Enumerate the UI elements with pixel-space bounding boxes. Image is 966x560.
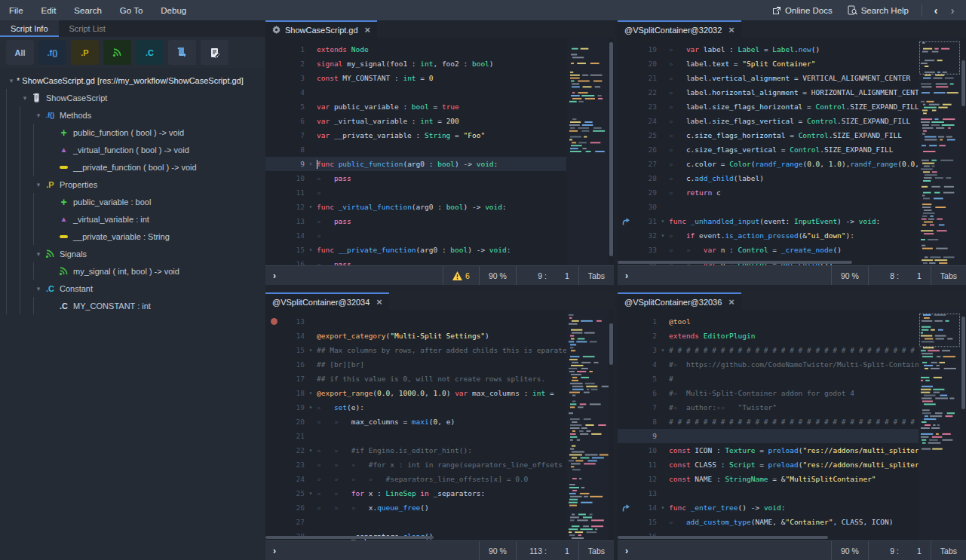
line-number[interactable]: 7 [282,131,305,139]
code-line[interactable]: 29» return c [618,185,966,200]
line-number[interactable]: 33 [634,246,657,254]
line-number[interactable]: 27 [634,160,657,168]
horizontal-scrollbar[interactable] [265,536,566,540]
code-line[interactable]: 25▾» » for x : LineSep in _separators: [265,486,614,500]
vertical-scrollbar-thumb[interactable] [609,42,613,256]
code-line[interactable]: 10const ICON : Texture = preload("res://… [618,443,966,457]
vertical-scrollbar-thumb[interactable] [609,323,613,365]
code-line[interactable]: 7var __private_variable : String = "Foo" [265,128,614,142]
line-number[interactable]: 7 [634,403,657,412]
minimap[interactable] [918,38,961,265]
code-line[interactable]: 24» label.size_flags_vertical = Control.… [618,114,966,128]
line-number[interactable]: 19 [634,45,657,54]
tree-item[interactable]: ▲_virtual_variable : int [0,210,265,228]
line-number[interactable]: 26 [634,145,657,154]
code-line[interactable]: 3▾# # # # # # # # # # # # # # # # # # # … [618,343,966,357]
fold-arrow-icon[interactable]: ▾ [305,404,317,411]
line-number[interactable]: 5 [634,375,657,383]
breakpoint-icon[interactable] [265,318,282,325]
tree-item[interactable]: ▾* ShowCaseScript.gd [res://my_workflow/… [0,72,265,89]
panel-toggle-button[interactable]: › [265,546,284,556]
minimap[interactable] [918,310,961,540]
tree-item[interactable]: __private_function ( bool ) -> void [0,158,265,176]
minimap[interactable] [566,38,609,265]
vertical-scrollbar[interactable] [961,38,966,265]
code-line[interactable]: 18▾@export_range(0.0, 1000.0, 1.0) var m… [265,386,614,400]
code-line[interactable]: 31▾func _unhandled_input(event: InputEve… [618,214,966,228]
warnings-badge[interactable]: 6 [443,266,479,285]
line-number[interactable]: 20 [282,418,305,426]
line-number[interactable]: 2 [634,332,657,340]
line-number[interactable]: 8 [282,145,305,154]
fold-arrow-icon[interactable]: ▾ [305,246,317,253]
vertical-scrollbar[interactable] [609,38,614,265]
code-line[interactable]: 13» pass [265,214,614,228]
script-tab-br[interactable]: @VSplitContainer@32036× [618,292,741,310]
line-number[interactable]: 32 [634,231,657,240]
tree-item[interactable]: +public_variable : bool [0,193,265,210]
code-line[interactable]: 11const CLASS : Script = preload("res://… [618,457,966,472]
code-line[interactable]: 5# [618,372,966,386]
code-line[interactable]: 23» » » #for x : int in range(separators… [265,457,614,472]
fold-arrow-icon[interactable]: ▾ [305,490,317,497]
panel-toggle-button[interactable]: › [618,271,636,281]
line-number[interactable]: 27 [282,518,305,526]
fold-arrow-icon[interactable]: ▾ [305,203,317,210]
code-line[interactable]: 15» add_custom_type(NAME, &"Container", … [618,515,966,529]
line-number[interactable]: 10 [634,446,657,454]
code-line[interactable]: 16## [br][br] [265,357,614,372]
code-line[interactable]: 16» pass [265,257,614,265]
close-icon[interactable]: × [376,296,382,308]
line-number[interactable]: 23 [282,461,305,469]
code-line[interactable]: 9 [618,429,966,443]
code-line[interactable]: 22▾» » #if Engine.is_editor_hint(): [265,443,614,457]
line-number[interactable]: 11 [634,461,657,469]
line-number[interactable]: 4 [634,360,657,369]
menu-item-file[interactable]: File [0,0,32,20]
close-icon[interactable]: × [365,24,371,35]
line-number[interactable]: 4 [282,88,305,96]
horizontal-scrollbar[interactable] [618,536,918,540]
line-number[interactable]: 31 [634,217,657,225]
code-line[interactable]: 32▾» if event.is_action_pressed(&"ui_dow… [618,228,966,243]
fold-arrow-icon[interactable]: ▾ [657,347,669,353]
line-number[interactable]: 26 [282,503,305,512]
line-number[interactable]: 30 [634,203,657,211]
line-number[interactable]: 1 [634,317,657,326]
zoom-level[interactable]: 90 % [831,541,868,560]
line-number[interactable]: 16 [282,360,305,369]
script-export-button[interactable] [168,40,196,65]
line-number[interactable]: 9 [282,160,305,168]
code-line[interactable]: 33» » var n : Control = _create_node() [618,243,966,257]
tree-item[interactable]: ▾.PProperties [0,176,265,193]
collapse-arrow-icon[interactable]: ▾ [33,285,44,292]
code-line[interactable]: 21 [265,429,614,443]
code-line[interactable]: 19» var label : Label = Label.new() [618,42,966,57]
code-line[interactable]: 20» label.text = "Split Container" [618,57,966,71]
line-number[interactable]: 17 [282,375,305,383]
code-line[interactable]: 6#» Multi-Split-Container addon for godo… [618,386,966,400]
panel-toggle-button[interactable]: › [618,546,636,556]
minimap[interactable] [566,310,609,540]
online-docs-button[interactable]: Online Docs [765,2,839,19]
code-line[interactable]: 28» c.add_child(label) [618,171,966,185]
collapse-arrow-icon[interactable]: ▾ [33,250,44,258]
vertical-scrollbar[interactable] [961,310,966,540]
line-number[interactable]: 18 [282,389,305,397]
code-line[interactable]: 8 [265,142,614,157]
line-number[interactable]: 23 [634,103,657,111]
filter-constants-button[interactable]: .C [136,40,164,65]
collapse-arrow-icon[interactable]: ▾ [6,77,17,84]
history-back-button[interactable]: ‹ [928,5,943,17]
fold-arrow-icon[interactable]: ▾ [657,232,669,239]
fold-arrow-icon[interactable]: ▾ [657,218,669,225]
tree-item[interactable]: ▾.f()Methods [0,106,265,124]
indent-type[interactable]: Tabs [578,541,614,560]
line-number[interactable]: 22 [634,88,657,96]
code-line[interactable]: 27» c.color = Color(randf_range(0.0, 1.0… [618,157,966,171]
code-line[interactable]: 13 [618,486,966,500]
line-number[interactable]: 9 [634,432,657,440]
tree-item[interactable]: ▾ShowCaseScript [0,89,265,106]
line-number[interactable]: 25 [282,489,305,497]
line-number[interactable]: 5 [282,103,305,111]
